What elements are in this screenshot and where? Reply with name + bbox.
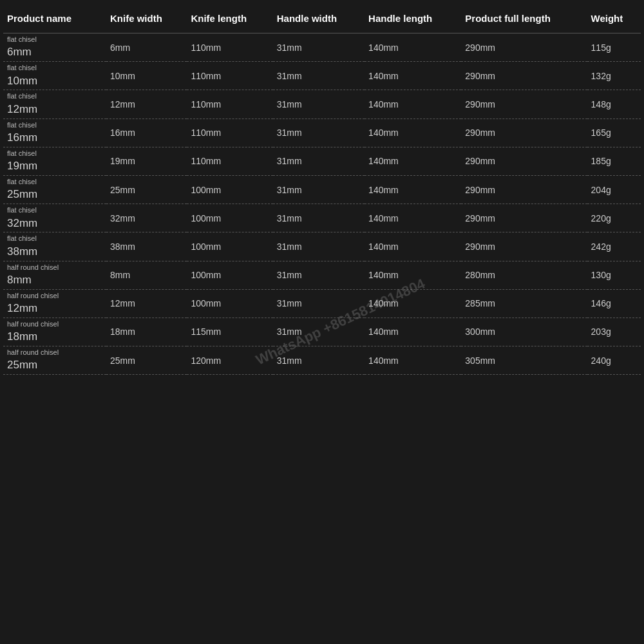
cell-knife-length: 110mm <box>187 33 272 62</box>
product-size-label: 12mm <box>7 102 102 117</box>
cell-full-length: 280mm <box>461 261 587 289</box>
cell-handle-width: 31mm <box>273 62 365 90</box>
product-size-label: 38mm <box>7 244 102 260</box>
cell-knife-width: 12mm <box>106 289 187 317</box>
cell-handle-length: 140mm <box>365 62 461 90</box>
cell-knife-length: 100mm <box>187 289 272 317</box>
cell-knife-width: 6mm <box>106 33 187 62</box>
product-type-label: half round chisel <box>7 291 102 301</box>
cell-handle-width: 31mm <box>273 33 365 62</box>
cell-knife-length: 100mm <box>187 175 272 204</box>
cell-handle-length: 140mm <box>365 33 461 62</box>
col-product-name: Product name <box>3 6 106 33</box>
cell-full-length: 290mm <box>461 118 587 147</box>
product-type-label: flat chisel <box>7 63 102 73</box>
cell-handle-width: 31mm <box>273 90 365 118</box>
cell-handle-length: 140mm <box>365 90 461 118</box>
cell-handle-length: 140mm <box>365 232 461 261</box>
cell-knife-width: 8mm <box>106 261 187 289</box>
product-size-label: 6mm <box>7 44 102 60</box>
cell-knife-width: 16mm <box>106 118 187 147</box>
product-size-label: 16mm <box>7 130 102 146</box>
cell-weight: 130g <box>587 261 641 289</box>
table-row: flat chisel19mm19mm110mm31mm140mm290mm18… <box>3 147 641 175</box>
cell-handle-length: 140mm <box>365 204 461 232</box>
cell-weight: 203g <box>587 317 641 346</box>
cell-product-name: flat chisel32mm <box>3 204 106 232</box>
cell-handle-width: 31mm <box>273 175 365 204</box>
cell-full-length: 290mm <box>461 175 587 204</box>
col-knife-width: Knife width <box>106 6 187 33</box>
table-row: half round chisel18mm18mm115mm31mm140mm3… <box>3 317 641 346</box>
cell-weight: 220g <box>587 204 641 232</box>
cell-knife-width: 19mm <box>106 147 187 175</box>
cell-weight: 115g <box>587 33 641 62</box>
col-weight: Weight <box>587 6 641 33</box>
table-row: flat chisel16mm16mm110mm31mm140mm290mm16… <box>3 118 641 147</box>
cell-product-name: flat chisel6mm <box>3 33 106 62</box>
cell-product-name: flat chisel16mm <box>3 118 106 147</box>
cell-weight: 132g <box>587 62 641 90</box>
cell-full-length: 285mm <box>461 289 587 317</box>
product-size-label: 19mm <box>7 158 102 174</box>
product-size-label: 32mm <box>7 216 102 231</box>
cell-knife-length: 100mm <box>187 261 272 289</box>
cell-knife-width: 32mm <box>106 204 187 232</box>
table-row: flat chisel10mm10mm110mm31mm140mm290mm13… <box>3 62 641 90</box>
product-type-label: flat chisel <box>7 177 102 187</box>
cell-full-length: 300mm <box>461 317 587 346</box>
cell-knife-length: 115mm <box>187 317 272 346</box>
cell-handle-length: 140mm <box>365 317 461 346</box>
table-row: flat chisel12mm12mm110mm31mm140mm290mm14… <box>3 90 641 118</box>
product-size-label: 18mm <box>7 329 102 345</box>
cell-full-length: 290mm <box>461 62 587 90</box>
cell-full-length: 290mm <box>461 33 587 62</box>
cell-handle-length: 140mm <box>365 147 461 175</box>
cell-full-length: 290mm <box>461 204 587 232</box>
cell-product-name: flat chisel25mm <box>3 175 106 204</box>
cell-knife-width: 38mm <box>106 232 187 261</box>
cell-knife-width: 12mm <box>106 90 187 118</box>
cell-weight: 146g <box>587 289 641 317</box>
cell-weight: 185g <box>587 147 641 175</box>
cell-handle-width: 31mm <box>273 118 365 147</box>
cell-knife-width: 25mm <box>106 175 187 204</box>
product-size-label: 25mm <box>7 357 102 373</box>
cell-product-name: half round chisel8mm <box>3 261 106 289</box>
cell-knife-width: 10mm <box>106 62 187 90</box>
cell-weight: 148g <box>587 90 641 118</box>
cell-knife-length: 110mm <box>187 118 272 147</box>
table-body: flat chisel6mm6mm110mm31mm140mm290mm115g… <box>3 33 641 375</box>
table-row: half round chisel8mm8mm100mm31mm140mm280… <box>3 261 641 289</box>
cell-product-name: flat chisel38mm <box>3 232 106 261</box>
product-type-label: flat chisel <box>7 234 102 243</box>
cell-product-name: flat chisel19mm <box>3 147 106 175</box>
cell-product-name: flat chisel10mm <box>3 62 106 90</box>
cell-product-name: flat chisel12mm <box>3 90 106 118</box>
cell-full-length: 290mm <box>461 147 587 175</box>
cell-handle-width: 31mm <box>273 261 365 289</box>
product-type-label: flat chisel <box>7 205 102 215</box>
product-type-label: flat chisel <box>7 149 102 158</box>
col-knife-length: Knife length <box>187 6 272 33</box>
cell-knife-width: 25mm <box>106 346 187 375</box>
cell-knife-length: 110mm <box>187 147 272 175</box>
cell-knife-width: 18mm <box>106 317 187 346</box>
product-size-label: 25mm <box>7 187 102 202</box>
product-size-label: 12mm <box>7 301 102 316</box>
cell-full-length: 305mm <box>461 346 587 375</box>
cell-product-name: half round chisel25mm <box>3 346 106 375</box>
cell-product-name: half round chisel12mm <box>3 289 106 317</box>
cell-handle-length: 140mm <box>365 289 461 317</box>
cell-handle-width: 31mm <box>273 147 365 175</box>
cell-weight: 240g <box>587 346 641 375</box>
cell-handle-length: 140mm <box>365 346 461 375</box>
col-handle-width: Handle width <box>273 6 365 33</box>
product-size-label: 8mm <box>7 272 102 288</box>
product-type-label: flat chisel <box>7 120 102 130</box>
product-type-label: flat chisel <box>7 35 102 44</box>
cell-handle-width: 31mm <box>273 204 365 232</box>
table-row: flat chisel25mm25mm100mm31mm140mm290mm20… <box>3 175 641 204</box>
cell-full-length: 290mm <box>461 232 587 261</box>
table-row: half round chisel25mm25mm120mm31mm140mm3… <box>3 346 641 375</box>
